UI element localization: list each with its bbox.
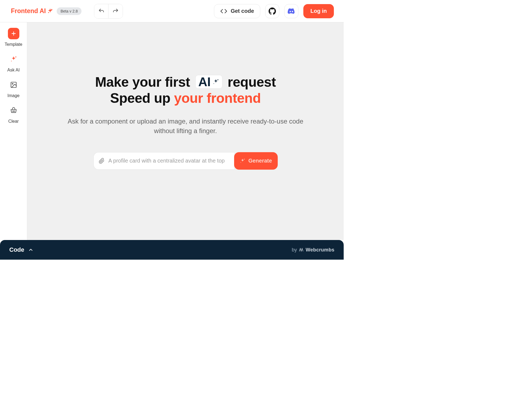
svg-point-14	[241, 162, 241, 163]
sidebar-item-label: Template	[5, 42, 22, 47]
generate-label: Generate	[248, 158, 272, 164]
undo-button[interactable]	[94, 4, 108, 18]
hero-line2-pre: Speed up	[110, 91, 170, 106]
logo-text: Frontend AI	[11, 7, 46, 15]
sidebar-item-label: Ask AI	[7, 68, 20, 73]
header-right: Get code Log in	[214, 4, 334, 18]
plus-icon	[8, 28, 19, 39]
prompt-row: Generate	[93, 152, 278, 170]
github-button[interactable]	[265, 4, 279, 18]
svg-point-0	[52, 9, 52, 10]
sidebar-item-template[interactable]: Template	[0, 28, 27, 47]
sidebar-item-askai[interactable]: Ask AI	[0, 53, 27, 73]
hero-line1-post: request	[228, 74, 276, 90]
sparkle-icon	[8, 53, 19, 65]
svg-point-5	[11, 61, 11, 61]
logo[interactable]: Frontend AI	[11, 7, 53, 15]
brand-logo-icon	[299, 247, 304, 253]
svg-point-11	[217, 79, 218, 80]
sidebar-item-label: Clear	[8, 119, 19, 124]
get-code-label: Get code	[231, 8, 254, 14]
image-icon	[8, 79, 19, 91]
redo-button[interactable]	[108, 4, 123, 18]
beta-badge: Beta v 2.8	[57, 7, 81, 15]
by-text: by	[292, 247, 297, 253]
ai-chip-text: AI	[198, 76, 211, 88]
ai-chip: AI	[195, 75, 222, 89]
sidebar-item-label: Image	[7, 93, 19, 98]
prompt-input-wrap[interactable]	[93, 152, 234, 170]
svg-point-7	[12, 83, 13, 84]
hero-line1-pre: Make your first	[95, 74, 190, 90]
sidebar-item-clear[interactable]: Clear	[0, 105, 27, 124]
header: Frontend AI Beta v 2.8	[0, 0, 344, 22]
hero-line2-accent: your frontend	[174, 91, 261, 106]
code-toggle[interactable]: Code	[9, 246, 34, 253]
code-icon	[220, 8, 227, 15]
basket-icon	[8, 105, 19, 116]
sparkle-icon	[212, 78, 219, 85]
paperclip-icon[interactable]	[99, 158, 105, 164]
redo-icon	[112, 8, 119, 14]
bottom-bar: Code by Webcrumbs	[0, 240, 344, 260]
hero-title: Make your first AI request Speed up your…	[63, 74, 308, 106]
hero-subtitle: Ask for a component or upload an image, …	[63, 117, 308, 136]
undo-redo-group	[94, 4, 123, 19]
get-code-button[interactable]: Get code	[214, 4, 260, 18]
code-label: Code	[9, 246, 24, 253]
svg-point-1	[49, 12, 49, 13]
svg-point-12	[213, 83, 214, 84]
discord-button[interactable]	[284, 4, 298, 18]
svg-point-13	[244, 159, 245, 160]
sidebar: Template Ask AI Image	[0, 22, 27, 240]
generate-button[interactable]: Generate	[234, 152, 278, 170]
brand-name: Webcrumbs	[306, 247, 334, 253]
brand-credit: by Webcrumbs	[292, 247, 334, 253]
login-button[interactable]: Log in	[303, 4, 334, 18]
github-icon	[268, 7, 276, 15]
sparkle-icon	[240, 158, 246, 164]
hero: Make your first AI request Speed up your…	[63, 74, 308, 136]
undo-icon	[98, 8, 105, 14]
sparkle-icon	[47, 8, 53, 14]
prompt-input[interactable]	[108, 158, 229, 164]
main-canvas: Make your first AI request Speed up your…	[27, 22, 344, 240]
svg-point-4	[15, 56, 16, 58]
sidebar-item-image[interactable]: Image	[0, 79, 27, 98]
chevron-up-icon	[28, 247, 34, 253]
discord-icon	[288, 7, 295, 15]
